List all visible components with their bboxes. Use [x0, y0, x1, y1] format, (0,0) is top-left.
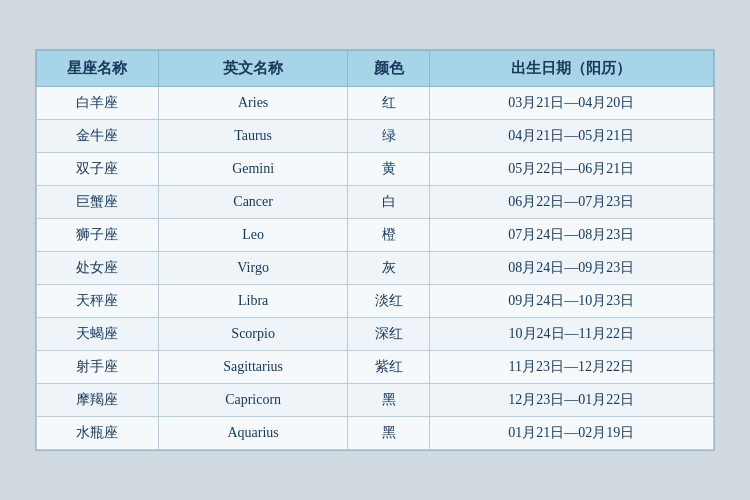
- zodiac-table: 星座名称 英文名称 颜色 出生日期（阳历） 白羊座Aries红03月21日—04…: [36, 50, 714, 450]
- header-en: 英文名称: [158, 51, 348, 87]
- cell-zh: 狮子座: [37, 219, 159, 252]
- cell-color: 紫红: [348, 351, 429, 384]
- table-row: 摩羯座Capricorn黑12月23日—01月22日: [37, 384, 714, 417]
- cell-en: Cancer: [158, 186, 348, 219]
- cell-color: 黄: [348, 153, 429, 186]
- table-row: 射手座Sagittarius紫红11月23日—12月22日: [37, 351, 714, 384]
- table-row: 狮子座Leo橙07月24日—08月23日: [37, 219, 714, 252]
- table-row: 双子座Gemini黄05月22日—06月21日: [37, 153, 714, 186]
- cell-en: Gemini: [158, 153, 348, 186]
- cell-en: Leo: [158, 219, 348, 252]
- cell-zh: 摩羯座: [37, 384, 159, 417]
- cell-date: 04月21日—05月21日: [429, 120, 713, 153]
- cell-date: 01月21日—02月19日: [429, 417, 713, 450]
- table-row: 巨蟹座Cancer白06月22日—07月23日: [37, 186, 714, 219]
- cell-zh: 水瓶座: [37, 417, 159, 450]
- header-date: 出生日期（阳历）: [429, 51, 713, 87]
- cell-date: 07月24日—08月23日: [429, 219, 713, 252]
- header-zh: 星座名称: [37, 51, 159, 87]
- table-row: 白羊座Aries红03月21日—04月20日: [37, 87, 714, 120]
- cell-zh: 金牛座: [37, 120, 159, 153]
- table-row: 天蝎座Scorpio深红10月24日—11月22日: [37, 318, 714, 351]
- cell-date: 06月22日—07月23日: [429, 186, 713, 219]
- cell-zh: 处女座: [37, 252, 159, 285]
- table-header-row: 星座名称 英文名称 颜色 出生日期（阳历）: [37, 51, 714, 87]
- cell-en: Taurus: [158, 120, 348, 153]
- cell-color: 红: [348, 87, 429, 120]
- cell-zh: 巨蟹座: [37, 186, 159, 219]
- cell-en: Sagittarius: [158, 351, 348, 384]
- cell-date: 10月24日—11月22日: [429, 318, 713, 351]
- cell-en: Capricorn: [158, 384, 348, 417]
- cell-date: 08月24日—09月23日: [429, 252, 713, 285]
- cell-date: 03月21日—04月20日: [429, 87, 713, 120]
- cell-color: 黑: [348, 417, 429, 450]
- cell-en: Libra: [158, 285, 348, 318]
- zodiac-table-container: 星座名称 英文名称 颜色 出生日期（阳历） 白羊座Aries红03月21日—04…: [35, 49, 715, 451]
- cell-color: 绿: [348, 120, 429, 153]
- cell-date: 09月24日—10月23日: [429, 285, 713, 318]
- cell-color: 黑: [348, 384, 429, 417]
- table-row: 天秤座Libra淡红09月24日—10月23日: [37, 285, 714, 318]
- cell-en: Aquarius: [158, 417, 348, 450]
- cell-zh: 双子座: [37, 153, 159, 186]
- cell-en: Aries: [158, 87, 348, 120]
- table-row: 金牛座Taurus绿04月21日—05月21日: [37, 120, 714, 153]
- cell-en: Virgo: [158, 252, 348, 285]
- cell-date: 05月22日—06月21日: [429, 153, 713, 186]
- cell-zh: 天蝎座: [37, 318, 159, 351]
- cell-color: 淡红: [348, 285, 429, 318]
- cell-zh: 射手座: [37, 351, 159, 384]
- cell-color: 深红: [348, 318, 429, 351]
- cell-zh: 白羊座: [37, 87, 159, 120]
- cell-color: 灰: [348, 252, 429, 285]
- table-row: 处女座Virgo灰08月24日—09月23日: [37, 252, 714, 285]
- cell-date: 11月23日—12月22日: [429, 351, 713, 384]
- table-row: 水瓶座Aquarius黑01月21日—02月19日: [37, 417, 714, 450]
- table-body: 白羊座Aries红03月21日—04月20日金牛座Taurus绿04月21日—0…: [37, 87, 714, 450]
- cell-color: 橙: [348, 219, 429, 252]
- cell-en: Scorpio: [158, 318, 348, 351]
- cell-zh: 天秤座: [37, 285, 159, 318]
- cell-date: 12月23日—01月22日: [429, 384, 713, 417]
- header-color: 颜色: [348, 51, 429, 87]
- cell-color: 白: [348, 186, 429, 219]
